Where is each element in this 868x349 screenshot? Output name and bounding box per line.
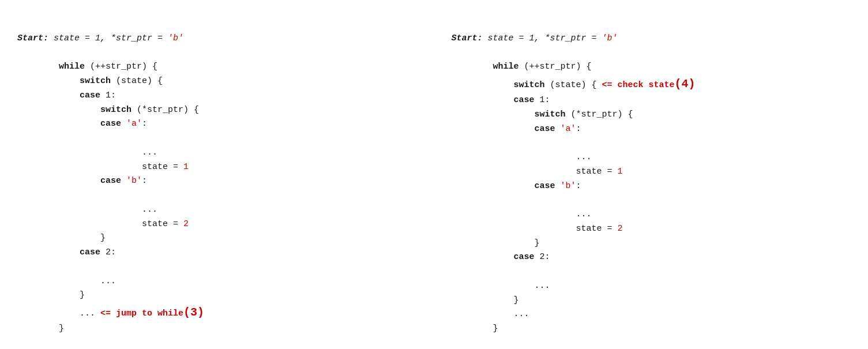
left-start-state: state = 1, *str_ptr = 'b' [48, 33, 183, 43]
right-start-label: Start: [452, 33, 483, 43]
right-case-a-kw: case [535, 124, 555, 134]
left-switch2-kw: switch [100, 105, 131, 115]
left-annotation: <= jump to while(3) [100, 309, 204, 318]
right-case1-kw: case [514, 95, 535, 105]
left-case-a-kw: case [100, 119, 121, 129]
left-panel: Start: state = 1, *str_ptr = 'b' while (… [17, 12, 417, 349]
left-start-label: Start: [17, 33, 48, 43]
right-annotation: <= check state(4) [602, 80, 696, 90]
right-code-block: Start: state = 1, *str_ptr = 'b' while (… [452, 17, 851, 349]
left-while-kw: while [59, 62, 85, 72]
right-case2-kw: case [514, 252, 535, 262]
right-case-b-kw: case [535, 181, 555, 191]
right-start-state: state = 1, *str_ptr = 'b' [483, 33, 618, 43]
left-code-block: Start: state = 1, *str_ptr = 'b' while (… [17, 17, 417, 349]
left-case2-kw: case [80, 247, 100, 257]
right-switch2-kw: switch [535, 110, 566, 119]
right-while-kw: while [493, 62, 519, 72]
main-container: Start: state = 1, *str_ptr = 'b' while (… [17, 12, 851, 349]
left-case1-kw: case [80, 91, 100, 100]
left-switch1-kw: switch [80, 76, 111, 86]
right-panel: Start: state = 1, *str_ptr = 'b' while (… [452, 12, 851, 349]
left-case-b-kw: case [100, 176, 121, 186]
right-switch1-kw: switch [514, 80, 545, 90]
